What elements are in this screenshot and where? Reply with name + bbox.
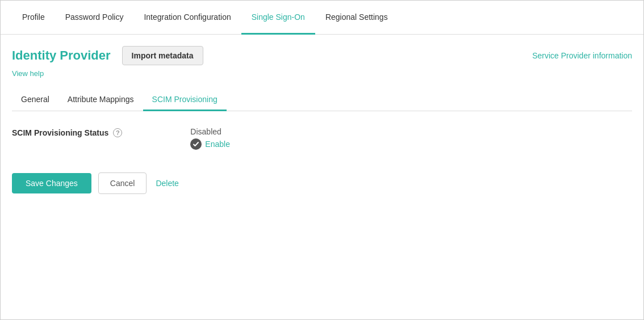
- tab-single-sign-on[interactable]: Single Sign-On: [241, 1, 315, 35]
- view-help-link[interactable]: View help: [12, 69, 44, 78]
- top-nav: Profile Password Policy Integration Conf…: [1, 1, 643, 35]
- save-changes-button[interactable]: Save Changes: [12, 173, 91, 193]
- delete-button[interactable]: Delete: [153, 173, 181, 193]
- import-metadata-button[interactable]: Import metadata: [122, 46, 203, 65]
- tab-password-policy[interactable]: Password Policy: [55, 1, 134, 35]
- page-container: Profile Password Policy Integration Conf…: [0, 0, 644, 320]
- scim-disabled-text: Disabled: [190, 127, 230, 136]
- scim-help-icon[interactable]: ?: [113, 128, 122, 137]
- header-row: Identity Provider Import metadata Servic…: [12, 46, 632, 65]
- sub-tab-general[interactable]: General: [12, 89, 58, 111]
- service-provider-link[interactable]: Service Provider information: [532, 51, 632, 60]
- sub-tab-scim-provisioning[interactable]: SCIM Provisioning: [143, 89, 227, 111]
- action-buttons: Save Changes Cancel Delete: [12, 172, 632, 194]
- cancel-button[interactable]: Cancel: [98, 172, 147, 194]
- enable-link[interactable]: Enable: [205, 140, 230, 149]
- sub-tab-attribute-mappings[interactable]: Attribute Mappings: [58, 89, 143, 111]
- check-circle-icon: [190, 138, 202, 150]
- scim-status-row: SCIM Provisioning Status ? Disabled Enab…: [12, 127, 632, 150]
- tab-regional-settings[interactable]: Regional Settings: [315, 1, 398, 35]
- header-left: Identity Provider Import metadata: [12, 46, 203, 65]
- main-content: Identity Provider Import metadata Servic…: [1, 35, 643, 205]
- tab-integration-configuration[interactable]: Integration Configuration: [133, 1, 241, 35]
- view-help-row: View help: [12, 69, 632, 78]
- sub-tabs: General Attribute Mappings SCIM Provisio…: [12, 89, 632, 111]
- scim-status-label: SCIM Provisioning Status ?: [12, 127, 122, 137]
- scim-status-value: Disabled Enable: [190, 127, 230, 150]
- identity-provider-title: Identity Provider: [12, 48, 111, 63]
- scim-enable-row[interactable]: Enable: [190, 138, 230, 150]
- tab-profile[interactable]: Profile: [12, 1, 55, 35]
